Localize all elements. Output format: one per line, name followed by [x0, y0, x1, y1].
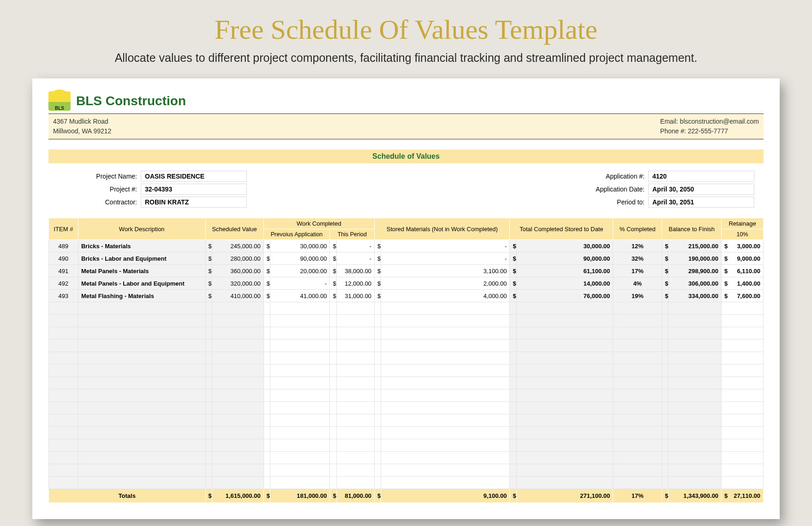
cell-desc: Bricks - Labor and Equipment [78, 252, 205, 265]
dollar-sign: $ [375, 265, 381, 277]
address-line1: 4367 Mudlick Road [53, 117, 111, 126]
cell-prev: 30,000.00 [270, 240, 330, 252]
project-name-label: Project Name: [58, 173, 141, 180]
table-row: 490Bricks - Labor and Equipment$280,000.… [49, 252, 764, 265]
cell-item: 489 [49, 240, 78, 252]
cell-desc: Metal Panels - Labor and Equipment [78, 277, 205, 290]
col-prev: Prevoius Application [263, 229, 330, 240]
totals-this: 81,000.00 [336, 489, 374, 503]
dollar-sign: $ [510, 277, 516, 290]
company-logo-icon: BLS [48, 91, 71, 111]
cell-ret: $6,110.00 [722, 265, 764, 277]
project-no-value: 32-04393 [141, 184, 247, 195]
schedule-banner: Schedule of Values [48, 149, 764, 163]
cell-pct: 32% [613, 252, 662, 265]
company-name: BLS Construction [76, 94, 186, 108]
dollar-sign: $ [662, 290, 669, 302]
dollar-sign: $ [510, 290, 516, 302]
contact-block: Email: blsconstruction@email.com Phone #… [660, 117, 759, 136]
dollar-sign: $ [375, 252, 381, 265]
cell-ret: $1,400.00 [722, 277, 764, 290]
col-balance: Balance to Finish [662, 218, 722, 240]
cell-stored: 2,000.00 [381, 277, 510, 290]
totals-ret: $27,110.00 [722, 489, 764, 503]
table-row-empty [49, 452, 764, 464]
cell-balance: 334,000.00 [669, 290, 722, 302]
cell-scheduled: 360,000.00 [212, 265, 263, 277]
table-row-empty [49, 327, 764, 340]
totals-balance: 1,343,900.00 [669, 489, 722, 503]
table-row-empty [49, 340, 764, 352]
cell-total: 90,000.00 [516, 252, 613, 265]
meta-row: Project Name: OASIS RESIDENCE Project #:… [48, 171, 764, 208]
dollar-sign: $ [510, 265, 516, 277]
meta-left: Project Name: OASIS RESIDENCE Project #:… [58, 171, 247, 208]
col-pct: % Completed [613, 218, 662, 240]
cell-this: 38,000.00 [336, 265, 374, 277]
contractor-value: ROBIN KRATZ [141, 197, 247, 208]
cell-scheduled: 320,000.00 [212, 277, 263, 290]
cell-scheduled: 245,000.00 [212, 240, 263, 252]
document-card: BLS BLS Construction 4367 Mudlick Road M… [32, 78, 780, 519]
cell-item: 493 [49, 290, 78, 302]
dollar-sign: $ [263, 265, 270, 277]
cell-stored: 3,100.00 [381, 265, 510, 277]
cell-ret: $9,000.00 [722, 252, 764, 265]
dollar-sign: $ [263, 290, 270, 302]
cell-total: 76,000.00 [516, 290, 613, 302]
dollar-sign: $ [263, 240, 270, 252]
project-name-value: OASIS RESIDENCE [141, 171, 247, 182]
cell-prev: 41,000.00 [270, 290, 330, 302]
table-row-empty [49, 302, 764, 315]
dollar-sign: $ [263, 252, 270, 265]
address-line2: Millwood, WA 99212 [53, 126, 111, 136]
email-line: Email: blsconstruction@email.com [660, 117, 759, 126]
cell-scheduled: 280,000.00 [212, 252, 263, 265]
totals-stored: 9,100.00 [381, 489, 510, 503]
table-row: 493Metal Flashing - Materials$410,000.00… [49, 290, 764, 302]
col-item: ITEM # [49, 218, 78, 240]
app-date-label: Application Date: [565, 185, 648, 193]
dollar-sign: $ [205, 489, 212, 503]
app-date-value: April 30, 2050 [648, 184, 754, 195]
dollar-sign: $ [205, 240, 212, 252]
dollar-sign: $ [662, 265, 669, 277]
cell-stored: - [381, 240, 510, 252]
table-row: 489Bricks - Materials$245,000.00$30,000.… [49, 240, 764, 252]
project-no-label: Project #: [58, 185, 141, 193]
dollar-sign: $ [662, 240, 669, 252]
cell-prev: 20,000.00 [270, 265, 330, 277]
col-stored: Stored Materials (Not in Work Completed) [375, 218, 510, 240]
app-no-label: Application #: [565, 173, 648, 180]
col-scheduled: Scheduled Value [205, 218, 263, 240]
cell-this: 12,000.00 [336, 277, 374, 290]
cell-total: 61,100.00 [516, 265, 613, 277]
company-header: BLS BLS Construction [48, 91, 764, 111]
cell-prev: 90,000.00 [270, 252, 330, 265]
totals-scheduled: 1,615,000.00 [212, 489, 263, 503]
page-subtitle: Allocate values to different project com… [32, 51, 780, 65]
col-retainage: Retainage [722, 218, 764, 229]
dollar-sign: $ [510, 252, 516, 265]
cell-item: 492 [49, 277, 78, 290]
dollar-sign: $ [205, 265, 212, 277]
schedule-table: ITEM # Work Description Scheduled Value … [48, 218, 764, 503]
dollar-sign: $ [330, 252, 336, 265]
app-no-value: 4120 [648, 171, 754, 182]
cell-balance: 215,000.00 [669, 240, 722, 252]
address-block: 4367 Mudlick Road Millwood, WA 99212 [53, 117, 111, 136]
dollar-sign: $ [330, 290, 336, 302]
dollar-sign: $ [510, 489, 516, 503]
cell-stored: 4,000.00 [381, 290, 510, 302]
contractor-label: Contractor: [58, 198, 141, 206]
totals-row: Totals $ 1,615,000.00 $ 181,000.00 $ 81,… [49, 489, 764, 503]
phone-line: Phone #: 222-555-7777 [660, 126, 759, 136]
cell-total: 30,000.00 [516, 240, 613, 252]
table-row-empty [49, 414, 764, 427]
col-this: This Period [330, 229, 375, 240]
dollar-sign: $ [662, 277, 669, 290]
dollar-sign: $ [205, 277, 212, 290]
contact-strip: 4367 Mudlick Road Millwood, WA 99212 Ema… [48, 114, 764, 139]
meta-right: Application #: 4120 Application Date: Ap… [565, 171, 754, 208]
col-desc: Work Description [78, 218, 205, 240]
